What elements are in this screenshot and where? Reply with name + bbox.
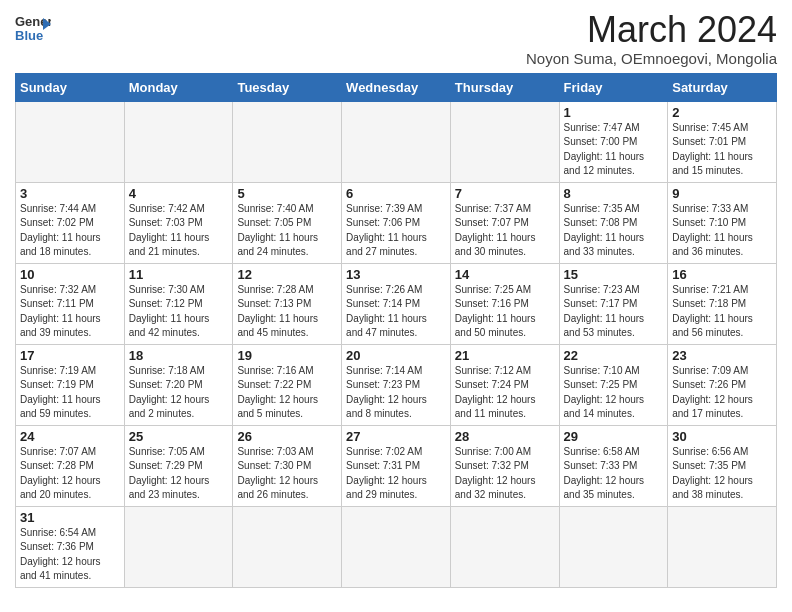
day-info: Sunrise: 7:28 AM Sunset: 7:13 PM Dayligh… <box>237 283 337 341</box>
day-number: 7 <box>455 186 555 201</box>
week-row-0: 1Sunrise: 7:47 AM Sunset: 7:00 PM Daylig… <box>16 101 777 182</box>
day-cell: 26Sunrise: 7:03 AM Sunset: 7:30 PM Dayli… <box>233 425 342 506</box>
day-cell: 18Sunrise: 7:18 AM Sunset: 7:20 PM Dayli… <box>124 344 233 425</box>
day-number: 3 <box>20 186 120 201</box>
day-number: 23 <box>672 348 772 363</box>
day-cell <box>124 506 233 587</box>
day-info: Sunrise: 7:45 AM Sunset: 7:01 PM Dayligh… <box>672 121 772 179</box>
day-cell: 12Sunrise: 7:28 AM Sunset: 7:13 PM Dayli… <box>233 263 342 344</box>
day-number: 18 <box>129 348 229 363</box>
day-cell: 19Sunrise: 7:16 AM Sunset: 7:22 PM Dayli… <box>233 344 342 425</box>
day-number: 13 <box>346 267 446 282</box>
day-info: Sunrise: 6:58 AM Sunset: 7:33 PM Dayligh… <box>564 445 664 503</box>
day-number: 24 <box>20 429 120 444</box>
day-info: Sunrise: 6:54 AM Sunset: 7:36 PM Dayligh… <box>20 526 120 584</box>
week-row-1: 3Sunrise: 7:44 AM Sunset: 7:02 PM Daylig… <box>16 182 777 263</box>
day-cell <box>342 101 451 182</box>
week-row-2: 10Sunrise: 7:32 AM Sunset: 7:11 PM Dayli… <box>16 263 777 344</box>
week-row-3: 17Sunrise: 7:19 AM Sunset: 7:19 PM Dayli… <box>16 344 777 425</box>
day-info: Sunrise: 7:44 AM Sunset: 7:02 PM Dayligh… <box>20 202 120 260</box>
day-cell <box>124 101 233 182</box>
col-header-sunday: Sunday <box>16 73 125 101</box>
day-info: Sunrise: 7:25 AM Sunset: 7:16 PM Dayligh… <box>455 283 555 341</box>
day-cell: 6Sunrise: 7:39 AM Sunset: 7:06 PM Daylig… <box>342 182 451 263</box>
week-row-4: 24Sunrise: 7:07 AM Sunset: 7:28 PM Dayli… <box>16 425 777 506</box>
day-cell: 7Sunrise: 7:37 AM Sunset: 7:07 PM Daylig… <box>450 182 559 263</box>
day-number: 14 <box>455 267 555 282</box>
day-cell <box>559 506 668 587</box>
day-number: 17 <box>20 348 120 363</box>
day-info: Sunrise: 7:42 AM Sunset: 7:03 PM Dayligh… <box>129 202 229 260</box>
day-cell <box>450 101 559 182</box>
day-info: Sunrise: 7:14 AM Sunset: 7:23 PM Dayligh… <box>346 364 446 422</box>
day-cell: 14Sunrise: 7:25 AM Sunset: 7:16 PM Dayli… <box>450 263 559 344</box>
day-number: 11 <box>129 267 229 282</box>
subtitle: Noyon Suma, OEmnoegovi, Mongolia <box>526 50 777 67</box>
day-cell: 15Sunrise: 7:23 AM Sunset: 7:17 PM Dayli… <box>559 263 668 344</box>
col-header-friday: Friday <box>559 73 668 101</box>
day-cell: 13Sunrise: 7:26 AM Sunset: 7:14 PM Dayli… <box>342 263 451 344</box>
day-number: 20 <box>346 348 446 363</box>
day-cell: 10Sunrise: 7:32 AM Sunset: 7:11 PM Dayli… <box>16 263 125 344</box>
day-info: Sunrise: 7:32 AM Sunset: 7:11 PM Dayligh… <box>20 283 120 341</box>
day-number: 31 <box>20 510 120 525</box>
day-info: Sunrise: 7:33 AM Sunset: 7:10 PM Dayligh… <box>672 202 772 260</box>
day-cell: 2Sunrise: 7:45 AM Sunset: 7:01 PM Daylig… <box>668 101 777 182</box>
day-info: Sunrise: 7:47 AM Sunset: 7:00 PM Dayligh… <box>564 121 664 179</box>
week-row-5: 31Sunrise: 6:54 AM Sunset: 7:36 PM Dayli… <box>16 506 777 587</box>
day-cell <box>16 101 125 182</box>
day-info: Sunrise: 7:10 AM Sunset: 7:25 PM Dayligh… <box>564 364 664 422</box>
day-cell <box>233 101 342 182</box>
day-number: 4 <box>129 186 229 201</box>
day-number: 6 <box>346 186 446 201</box>
day-number: 25 <box>129 429 229 444</box>
day-info: Sunrise: 7:05 AM Sunset: 7:29 PM Dayligh… <box>129 445 229 503</box>
day-cell: 8Sunrise: 7:35 AM Sunset: 7:08 PM Daylig… <box>559 182 668 263</box>
day-info: Sunrise: 7:35 AM Sunset: 7:08 PM Dayligh… <box>564 202 664 260</box>
day-info: Sunrise: 7:23 AM Sunset: 7:17 PM Dayligh… <box>564 283 664 341</box>
day-cell: 5Sunrise: 7:40 AM Sunset: 7:05 PM Daylig… <box>233 182 342 263</box>
day-cell: 24Sunrise: 7:07 AM Sunset: 7:28 PM Dayli… <box>16 425 125 506</box>
day-info: Sunrise: 7:16 AM Sunset: 7:22 PM Dayligh… <box>237 364 337 422</box>
day-cell: 9Sunrise: 7:33 AM Sunset: 7:10 PM Daylig… <box>668 182 777 263</box>
day-cell: 4Sunrise: 7:42 AM Sunset: 7:03 PM Daylig… <box>124 182 233 263</box>
calendar-table: SundayMondayTuesdayWednesdayThursdayFrid… <box>15 73 777 588</box>
day-info: Sunrise: 7:21 AM Sunset: 7:18 PM Dayligh… <box>672 283 772 341</box>
day-info: Sunrise: 7:26 AM Sunset: 7:14 PM Dayligh… <box>346 283 446 341</box>
logo: General Blue <box>15 10 51 46</box>
day-cell <box>233 506 342 587</box>
day-info: Sunrise: 7:07 AM Sunset: 7:28 PM Dayligh… <box>20 445 120 503</box>
day-number: 1 <box>564 105 664 120</box>
day-number: 26 <box>237 429 337 444</box>
day-number: 12 <box>237 267 337 282</box>
day-number: 27 <box>346 429 446 444</box>
day-cell: 3Sunrise: 7:44 AM Sunset: 7:02 PM Daylig… <box>16 182 125 263</box>
day-cell <box>342 506 451 587</box>
day-info: Sunrise: 7:30 AM Sunset: 7:12 PM Dayligh… <box>129 283 229 341</box>
title-area: March 2024 Noyon Suma, OEmnoegovi, Mongo… <box>526 10 777 67</box>
day-info: Sunrise: 7:00 AM Sunset: 7:32 PM Dayligh… <box>455 445 555 503</box>
day-info: Sunrise: 7:37 AM Sunset: 7:07 PM Dayligh… <box>455 202 555 260</box>
day-cell: 22Sunrise: 7:10 AM Sunset: 7:25 PM Dayli… <box>559 344 668 425</box>
day-cell: 27Sunrise: 7:02 AM Sunset: 7:31 PM Dayli… <box>342 425 451 506</box>
day-info: Sunrise: 7:12 AM Sunset: 7:24 PM Dayligh… <box>455 364 555 422</box>
day-number: 10 <box>20 267 120 282</box>
day-number: 5 <box>237 186 337 201</box>
col-header-tuesday: Tuesday <box>233 73 342 101</box>
month-title: March 2024 <box>526 10 777 50</box>
day-cell: 31Sunrise: 6:54 AM Sunset: 7:36 PM Dayli… <box>16 506 125 587</box>
day-cell: 1Sunrise: 7:47 AM Sunset: 7:00 PM Daylig… <box>559 101 668 182</box>
day-info: Sunrise: 7:09 AM Sunset: 7:26 PM Dayligh… <box>672 364 772 422</box>
day-cell: 28Sunrise: 7:00 AM Sunset: 7:32 PM Dayli… <box>450 425 559 506</box>
logo-icon: General Blue <box>15 10 51 46</box>
day-number: 9 <box>672 186 772 201</box>
col-header-thursday: Thursday <box>450 73 559 101</box>
col-header-wednesday: Wednesday <box>342 73 451 101</box>
day-number: 16 <box>672 267 772 282</box>
day-cell <box>668 506 777 587</box>
day-cell: 23Sunrise: 7:09 AM Sunset: 7:26 PM Dayli… <box>668 344 777 425</box>
day-number: 30 <box>672 429 772 444</box>
day-cell: 11Sunrise: 7:30 AM Sunset: 7:12 PM Dayli… <box>124 263 233 344</box>
day-number: 21 <box>455 348 555 363</box>
day-cell <box>450 506 559 587</box>
